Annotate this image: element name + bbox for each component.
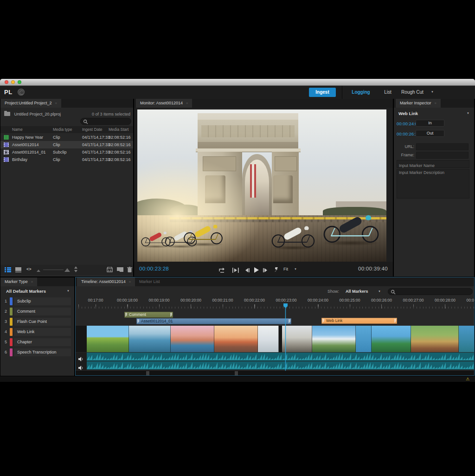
zoom-in-thumb-icon[interactable] [64,268,70,272]
clip-thumbnail-venice-canal-sunset[interactable] [171,326,214,352]
clip-thumbnail-city-coast[interactable] [459,326,475,352]
sort-order-icon[interactable] [74,266,78,273]
panel-menu-icon[interactable]: ≡ [435,102,436,105]
zoom-window-icon[interactable] [18,80,21,84]
step-back-icon[interactable] [244,266,250,275]
table-row[interactable]: Asset0012014_01Subclip04/17/14,17:3302:0… [0,148,133,156]
panel-menu-icon[interactable]: ≡ [31,280,33,283]
play-icon[interactable] [254,266,259,275]
marker-search-box[interactable] [388,288,473,295]
marker-type-label[interactable]: Chapter [14,338,71,346]
table-row[interactable]: Asset0012014Clip04/17/14,17:3302:08:52:1… [0,141,133,148]
marker-search-input[interactable] [397,289,470,295]
table-row[interactable]: Happy New YearClip04/17/14,17:3302:08:52… [0,134,133,141]
trash-icon[interactable] [127,267,132,273]
chevron-down-icon[interactable]: ▼ [67,289,70,292]
col-header-start[interactable]: Media Start [109,126,128,133]
loop-icon[interactable] [218,266,225,275]
tab-marker-inspector[interactable]: Marker Inspector≡ [396,99,441,108]
table-row[interactable]: BirthdayClip04/17/14,17:3302:08:52:16 [0,156,133,163]
timeline-marker-web-link[interactable]: Web Link [321,318,397,324]
marker-preset-dropdown[interactable]: All Default Markers ▼ [6,289,70,294]
col-header-date[interactable]: Ingest Date [82,126,102,133]
clip-thumbnail-green-field[interactable] [87,326,129,352]
clip-thumbnail-arc-cyclists[interactable] [282,326,312,352]
creative-cloud-icon[interactable] [18,89,25,96]
marker-name-field[interactable] [397,160,469,168]
marker-type-label[interactable]: Subclip [14,297,71,305]
chevron-down-icon[interactable]: ▼ [294,268,297,270]
url-field[interactable] [416,143,469,150]
set-in-button[interactable]: In [416,120,444,127]
col-header-name[interactable]: Name [12,126,23,133]
marker-type-item[interactable]: 3Flash Cue Point [0,317,74,328]
clip-thumbnail-venice-gondolas[interactable] [129,326,171,352]
fit-selector[interactable]: Fit [283,267,288,271]
marker-type-item[interactable]: 6Speech Transcription [0,348,74,358]
timeline-scrollbar[interactable] [76,371,474,376]
new-bin-icon[interactable] [117,267,123,273]
video-viewer[interactable] [137,109,386,262]
marker-type-label[interactable]: Comment [14,308,71,315]
list-view-icon[interactable] [5,267,11,273]
marker-type-item[interactable]: 5Chapter [0,338,74,348]
chevron-down-icon[interactable]: ▼ [431,90,434,93]
marker-description-field[interactable] [397,169,469,199]
play-in-to-out-icon[interactable] [232,266,239,275]
marker-type-item[interactable]: 1Subclip [0,297,74,307]
panel-menu-icon[interactable]: ≡ [129,280,131,283]
marker-type-label[interactable]: Speech Transcription [14,348,71,356]
panel-menu-icon[interactable]: ≡ [55,102,57,105]
timeline-marker-comment[interactable]: Comment [124,312,173,318]
current-timecode[interactable]: 00:00:23:28 [139,266,169,271]
thumbnail-view-icon[interactable] [15,267,21,273]
warning-icon[interactable]: ⚠ [466,377,469,381]
step-forward-icon[interactable] [263,266,268,275]
ingest-button[interactable]: Ingest [309,88,336,97]
close-window-icon[interactable] [5,80,8,84]
tab-project[interactable]: Project:Untitled Project_2≡ [0,99,61,108]
marker-type-item[interactable]: 2Comment [0,307,74,317]
tab-timeline[interactable]: Timeline: Asset0012014≡ [77,277,135,286]
window-titlebar[interactable] [0,79,475,86]
thumb-size-slider[interactable] [43,270,64,270]
tab-marker-list[interactable]: Marker List [135,277,164,286]
clip-thumbnail-palm-trees[interactable] [372,326,411,352]
timeline-marker-asset0012014-01[interactable]: Asset0012014_01 [136,318,291,324]
frame-field[interactable] [416,152,469,159]
col-header-type[interactable]: Media type [53,126,72,133]
marker-type-item[interactable]: 4Web Link [0,328,74,338]
rough-cut-button[interactable]: Rough Cut [398,88,427,97]
set-out-button[interactable]: Out [416,130,444,137]
marker-type-header[interactable]: Web Link ▼ [398,111,469,116]
clip-thumbnail-tropical-sailboat[interactable] [356,326,372,352]
chevron-down-icon[interactable]: ▼ [378,290,381,293]
ingest-media-icon[interactable] [107,267,113,273]
show-markers-dropdown[interactable]: All Markers [346,289,368,294]
clip-thumbnail-mountain-lake[interactable] [312,326,356,352]
list-button[interactable]: List [379,88,396,97]
project-search-box[interactable] [80,118,131,125]
tab-monitor[interactable]: Monitor: Asset0012014≡ [136,99,192,108]
minimize-window-icon[interactable] [11,80,15,84]
audio-track-2[interactable] [87,361,475,370]
table-header[interactable]: Name Media type Ingest Date Media Start [0,126,133,133]
marker-type-label[interactable]: Web Link [14,328,71,336]
panel-menu-icon[interactable]: ≡ [186,102,188,105]
project-search-input[interactable] [89,118,129,124]
timeline-ruler[interactable]: 00:17:0000:00:18:0000:00:19:0000:00:20:0… [76,298,474,303]
tab-marker-type[interactable]: Marker Type≡ [0,277,37,286]
speaker-icon[interactable] [78,355,84,363]
chevron-down-icon[interactable]: ▼ [467,112,469,115]
export-frame-icon[interactable] [274,266,279,275]
marker-description-input[interactable] [397,169,469,198]
audio-track-1[interactable] [87,353,475,361]
logging-button[interactable]: Logging [347,88,375,97]
clip-thumbnail-island-festival[interactable] [411,326,459,352]
clip-thumbnail-fog-bridge[interactable] [258,326,279,352]
video-track[interactable] [76,326,474,352]
zoom-out-thumb-icon[interactable] [37,270,40,272]
project-file-row[interactable]: Untitled Project_20.plproj 0 of 3 Items … [4,111,130,116]
resize-thumbnails-icon[interactable]: <> [26,267,32,271]
clip-thumbnail-golden-gate-bridge[interactable] [214,326,258,352]
